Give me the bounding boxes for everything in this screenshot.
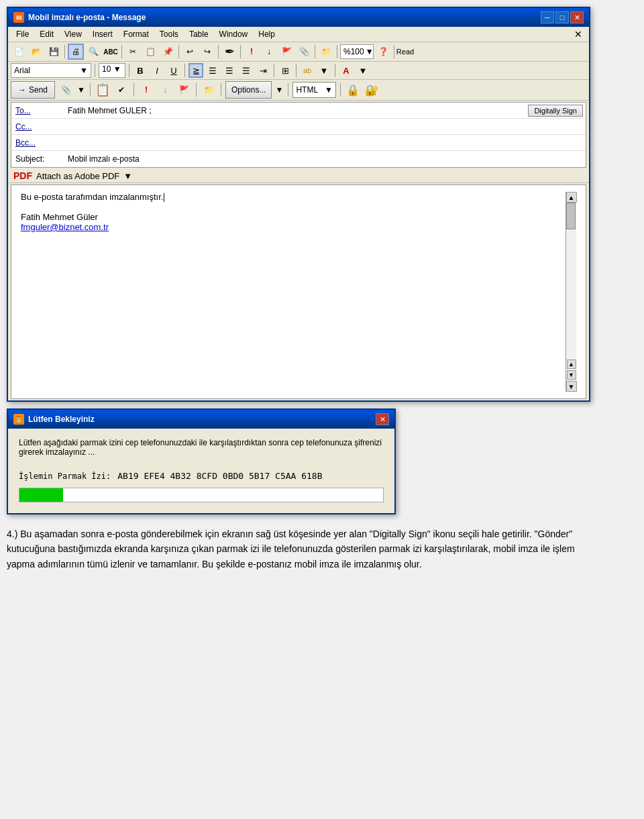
read-button[interactable]: Read — [397, 44, 413, 60]
menu-format[interactable]: Format — [118, 28, 154, 40]
redo-button[interactable]: ↪ — [199, 44, 215, 60]
progress-bar-fill — [19, 488, 63, 502]
maximize-button[interactable]: □ — [555, 11, 569, 23]
sep-send-1 — [90, 83, 91, 97]
sep-fmt-5 — [296, 64, 297, 77]
digitally-sign-toolbar-button[interactable]: 🔒 — [345, 82, 361, 98]
paste-button[interactable]: 📌 — [160, 44, 176, 60]
check-button[interactable]: ✔ — [113, 82, 129, 98]
app-icon: ✉ — [13, 12, 24, 23]
save-button[interactable]: 💾 — [46, 44, 62, 60]
menu-edit[interactable]: Edit — [34, 28, 59, 40]
flag-send-button[interactable]: 🚩 — [176, 82, 192, 98]
menu-bar: File Edit View Insert Format Tools Table… — [8, 27, 589, 42]
open-button[interactable]: 📂 — [28, 44, 44, 60]
print-button[interactable]: 🖨 — [68, 44, 84, 60]
font-color-button[interactable]: A — [339, 63, 354, 78]
menu-view[interactable]: View — [59, 28, 87, 40]
encrypt-toolbar-button[interactable]: 🔐 — [364, 82, 380, 98]
wait-dialog: ⏳ Lütfen Bekleyiniz ✕ Lütfen aşağıdaki p… — [7, 408, 396, 514]
preview-button[interactable]: 🔍 — [85, 44, 101, 60]
attach-dropdown-arrow[interactable]: ▼ — [123, 171, 132, 181]
menu-close-icon[interactable]: ✕ — [570, 29, 586, 40]
italic-button[interactable]: I — [150, 63, 164, 78]
exclaim-send-button[interactable]: ! — [138, 82, 154, 98]
to-label-button[interactable]: To... — [11, 104, 65, 117]
font-size-selector[interactable]: 10 ▼ — [99, 63, 125, 78]
align-left-button[interactable]: ≧ — [189, 63, 203, 78]
attach-dropdown-icon[interactable]: ▼ — [76, 82, 86, 98]
priority-high-button[interactable]: 📋 — [95, 82, 111, 98]
bcc-input[interactable] — [65, 137, 586, 149]
separator-8 — [394, 45, 394, 58]
separator-2 — [121, 45, 122, 58]
underline-button[interactable]: U — [166, 63, 181, 78]
format-dropdown[interactable]: HTML ▼ — [292, 82, 336, 98]
email-scrollbar: ▲ ▲ ▼ ▼ — [566, 192, 576, 392]
scroll-down-small-button[interactable]: ▼ — [567, 370, 576, 380]
attach-bar: PDF Attach as Adobe PDF ▼ — [8, 169, 589, 183]
cut-button[interactable]: ✂ — [125, 44, 141, 60]
spell-button[interactable]: ABC — [103, 44, 119, 60]
menu-window[interactable]: Window — [214, 28, 254, 40]
copy-button[interactable]: 📋 — [142, 44, 158, 60]
subject-input[interactable] — [65, 153, 586, 165]
scroll-down-button[interactable]: ▼ — [566, 381, 577, 392]
email-content: Bu e-posta tarafımdan imzalanmıştır. Fat… — [21, 192, 566, 392]
scroll-thumb[interactable] — [566, 203, 576, 229]
fingerprint-label: İşlemin Parmak İzi: — [19, 472, 111, 481]
indent-button[interactable]: ⇥ — [256, 63, 270, 78]
sep-fmt-3 — [184, 64, 185, 77]
scroll-up-button[interactable]: ▲ — [566, 192, 577, 203]
highlight-button[interactable]: ab — [300, 63, 315, 78]
digitally-sign-button[interactable]: Digitally Sign — [528, 105, 583, 117]
font-selector[interactable]: Arial ▼ — [11, 63, 91, 78]
minimize-button[interactable]: ─ — [541, 11, 554, 23]
email-link[interactable]: fmguler@biznet.com.tr — [21, 222, 109, 232]
zoom-dropdown[interactable]: %100 ▼ — [340, 44, 374, 59]
menu-tools[interactable]: Tools — [154, 28, 184, 40]
separator-3 — [178, 45, 179, 58]
menu-table[interactable]: Table — [184, 28, 214, 40]
font-size: 10 — [102, 64, 111, 74]
bcc-label-button[interactable]: Bcc... — [11, 136, 65, 150]
options-button[interactable]: Options... — [225, 81, 272, 99]
scroll-up-small-button[interactable]: ▲ — [567, 360, 576, 369]
attach-button[interactable]: 📎 — [296, 44, 312, 60]
options-dropdown-icon[interactable]: ▼ — [274, 82, 284, 98]
signature-button[interactable]: ✒ — [221, 44, 237, 60]
menu-file[interactable]: File — [11, 28, 34, 40]
justify-button[interactable]: ☰ — [239, 63, 254, 78]
close-button[interactable]: ✕ — [570, 11, 584, 23]
folder-button[interactable]: 📁 — [318, 44, 334, 60]
help-button[interactable]: ❓ — [375, 44, 391, 60]
bold-button[interactable]: B — [133, 63, 148, 78]
wait-title-left: ⏳ Lütfen Bekleyiniz — [13, 414, 95, 425]
menu-help[interactable]: Help — [253, 28, 280, 40]
attach-send-button[interactable]: 📎 — [58, 82, 74, 98]
to-row: To... Digitally Sign — [11, 103, 586, 119]
email-line1: Bu e-posta tarafımdan imzalanmıştır. — [21, 192, 566, 202]
down-arrow-button[interactable]: ↓ — [261, 44, 277, 60]
wait-close-button[interactable]: ✕ — [376, 413, 389, 425]
menu-insert[interactable]: Insert — [87, 28, 118, 40]
font-name: Arial — [14, 66, 30, 75]
send-button[interactable]: → Send — [11, 81, 55, 99]
sep-send-3 — [196, 83, 197, 97]
sep-fmt-2 — [129, 64, 129, 77]
align-center-button[interactable]: ☰ — [205, 63, 220, 78]
cc-label-button[interactable]: Cc... — [11, 120, 65, 133]
to-input[interactable] — [65, 105, 528, 117]
exclaim-button[interactable]: ! — [244, 44, 260, 60]
undo-button[interactable]: ↩ — [182, 44, 198, 60]
table-insert-button[interactable]: ⊞ — [278, 63, 292, 78]
new-button[interactable]: 📄 — [11, 44, 27, 60]
priority-low-button[interactable]: ↓ — [157, 82, 173, 98]
align-right-button[interactable]: ☰ — [222, 63, 237, 78]
cc-input[interactable] — [65, 121, 586, 133]
font-color-dropdown-icon[interactable]: ▼ — [356, 63, 370, 78]
encrypt-button[interactable]: 📁 — [201, 82, 217, 98]
flag-button[interactable]: 🚩 — [278, 44, 294, 60]
window-title: Mobil imzalı e-posta - Message — [28, 13, 146, 22]
color-dropdown-icon[interactable]: ▼ — [317, 63, 331, 78]
